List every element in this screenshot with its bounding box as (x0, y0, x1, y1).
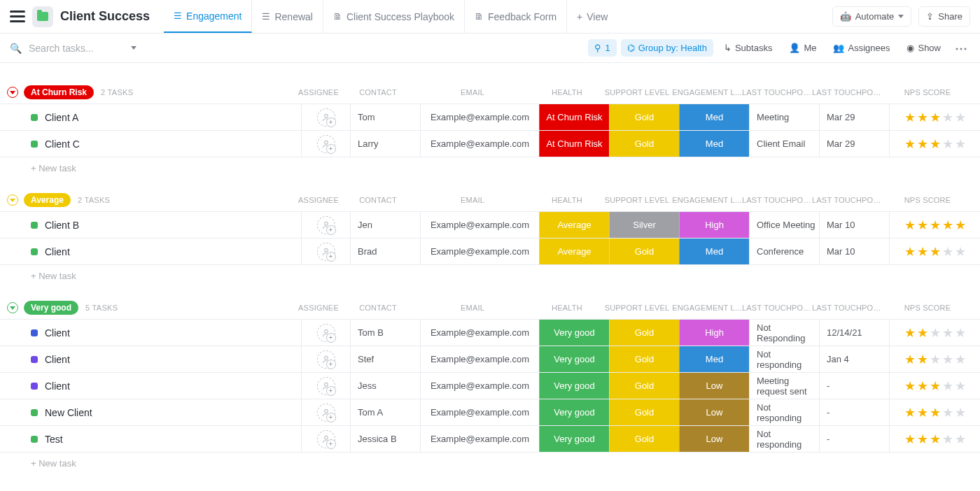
status-square-icon[interactable] (31, 436, 38, 443)
groupby-chip[interactable]: ⌬ Group by: Health (621, 39, 713, 57)
cell-touchpoint-date[interactable]: - (819, 399, 889, 425)
cell-nps[interactable]: ★★★★★ (889, 131, 980, 157)
search-input[interactable] (27, 42, 125, 55)
nps-stars[interactable]: ★★★★★ (904, 244, 966, 259)
tab-playbook[interactable]: 🗎 Client Success Playbook (323, 0, 465, 33)
status-square-icon[interactable] (31, 248, 38, 255)
cell-support[interactable]: Gold (609, 320, 679, 346)
task-name[interactable]: Client (45, 327, 70, 339)
nps-stars[interactable]: ★★★★★ (904, 352, 966, 367)
tab-renewal[interactable]: ☰ Renewal (252, 0, 323, 33)
assignee-placeholder-icon[interactable] (317, 243, 335, 261)
cell-touchpoint[interactable]: Client Email (749, 131, 819, 157)
table-row[interactable]: Test Jessica B Example@example.com Very … (0, 426, 980, 453)
cell-health[interactable]: Average (539, 239, 609, 264)
cell-health[interactable]: Very good (539, 320, 609, 346)
cell-touchpoint[interactable]: Meeting request sent (749, 373, 819, 399)
col-health[interactable]: HEALTH (532, 196, 602, 204)
status-square-icon[interactable] (31, 222, 38, 229)
cell-assignee[interactable] (301, 131, 350, 157)
cell-engage[interactable]: Low (679, 373, 749, 399)
search-box[interactable]: 🔍 (10, 42, 150, 55)
nps-stars[interactable]: ★★★★★ (904, 218, 966, 233)
assignee-placeholder-icon[interactable] (317, 216, 335, 234)
col-engage[interactable]: ENGAGEMENT L... (672, 88, 742, 97)
group-badge[interactable]: Very good (24, 301, 78, 315)
assignee-placeholder-icon[interactable] (317, 135, 335, 153)
cell-contact[interactable]: Brad (350, 239, 420, 264)
cell-nps[interactable]: ★★★★★ (889, 426, 980, 452)
nps-stars[interactable]: ★★★★★ (904, 136, 966, 152)
table-row[interactable]: Client C Larry Example@example.com At Ch… (0, 131, 980, 157)
tab-feedback-form[interactable]: 🗎 Feedback Form (465, 0, 567, 33)
status-square-icon[interactable] (31, 141, 38, 148)
task-name[interactable]: New Client (45, 407, 92, 418)
col-nps[interactable]: NPS SCORE (882, 88, 973, 97)
cell-support[interactable]: Gold (609, 131, 679, 157)
assignee-placeholder-icon[interactable] (317, 350, 335, 369)
cell-contact[interactable]: Jess (350, 373, 420, 399)
cell-health[interactable]: Very good (539, 346, 609, 372)
cell-email[interactable]: Example@example.com (420, 346, 539, 372)
cell-engage[interactable]: Low (679, 426, 749, 452)
cell-assignee[interactable] (301, 104, 350, 130)
cell-email[interactable]: Example@example.com (420, 373, 539, 399)
col-email[interactable]: EMAIL (413, 196, 532, 204)
col-health[interactable]: HEALTH (532, 304, 602, 312)
cell-touchpoint-date[interactable]: Mar 29 (819, 104, 889, 130)
cell-touchpoint-date[interactable]: Mar 10 (819, 212, 889, 238)
col-touchpoint[interactable]: LAST TOUCHPOI... (742, 196, 812, 204)
cell-nps[interactable]: ★★★★★ (889, 320, 980, 346)
folder-icon-box[interactable] (32, 6, 53, 27)
nps-stars[interactable]: ★★★★★ (904, 110, 966, 125)
share-button[interactable]: ⇪ Share (918, 6, 970, 27)
col-contact[interactable]: CONTACT (343, 88, 413, 97)
cell-touchpoint-date[interactable]: 12/14/21 (819, 320, 889, 346)
col-assignee[interactable]: ASSIGNEE (294, 88, 343, 97)
task-name[interactable]: Client (45, 380, 70, 392)
cell-nps[interactable]: ★★★★★ (889, 399, 980, 425)
col-touchpoint-date[interactable]: LAST TOUCHPOI... (812, 88, 882, 97)
more-menu[interactable]: ⋯ (951, 41, 970, 55)
col-contact[interactable]: CONTACT (343, 304, 413, 312)
cell-engage[interactable]: Med (679, 104, 749, 130)
col-contact[interactable]: CONTACT (343, 196, 413, 204)
new-task-button[interactable]: + New task (0, 265, 980, 285)
cell-nps[interactable]: ★★★★★ (889, 212, 980, 238)
cell-assignee[interactable] (301, 399, 350, 425)
col-nps[interactable]: NPS SCORE (882, 304, 973, 312)
cell-touchpoint-date[interactable]: Mar 10 (819, 239, 889, 264)
cell-assignee[interactable] (301, 426, 350, 452)
table-row[interactable]: Client B Jen Example@example.com Average… (0, 212, 980, 239)
task-name[interactable]: Client (45, 354, 70, 365)
cell-nps[interactable]: ★★★★★ (889, 104, 980, 130)
cell-support[interactable]: Gold (609, 239, 679, 264)
cell-touchpoint[interactable]: Conference (749, 239, 819, 264)
status-square-icon[interactable] (31, 329, 38, 336)
col-email[interactable]: EMAIL (413, 304, 532, 312)
nps-stars[interactable]: ★★★★★ (904, 378, 966, 394)
cell-touchpoint-date[interactable]: - (819, 373, 889, 399)
cell-touchpoint-date[interactable]: Jan 4 (819, 346, 889, 372)
task-name[interactable]: Client A (45, 112, 78, 123)
group-badge[interactable]: Average (24, 193, 71, 207)
collapse-toggle[interactable] (7, 87, 18, 98)
col-engage[interactable]: ENGAGEMENT L... (672, 196, 742, 204)
cell-email[interactable]: Example@example.com (420, 131, 539, 157)
cell-engage[interactable]: Med (679, 131, 749, 157)
table-row[interactable]: Client Tom B Example@example.com Very go… (0, 320, 980, 346)
cell-support[interactable]: Gold (609, 399, 679, 425)
col-assignee[interactable]: ASSIGNEE (294, 196, 343, 204)
cell-contact[interactable]: Tom B (350, 320, 420, 346)
col-support[interactable]: SUPPORT LEVEL (602, 88, 672, 97)
cell-email[interactable]: Example@example.com (420, 320, 539, 346)
new-task-button[interactable]: + New task (0, 453, 980, 473)
cell-assignee[interactable] (301, 346, 350, 372)
cell-touchpoint-date[interactable]: Mar 29 (819, 131, 889, 157)
assignees-chip[interactable]: 👥 Assignees (827, 39, 896, 57)
table-row[interactable]: Client Stef Example@example.com Very goo… (0, 346, 980, 373)
me-chip[interactable]: 👤 Me (783, 39, 822, 57)
cell-touchpoint[interactable]: Not responding (749, 346, 819, 372)
assignee-placeholder-icon[interactable] (317, 108, 335, 127)
table-row[interactable]: Client A Tom Example@example.com At Chur… (0, 104, 980, 131)
